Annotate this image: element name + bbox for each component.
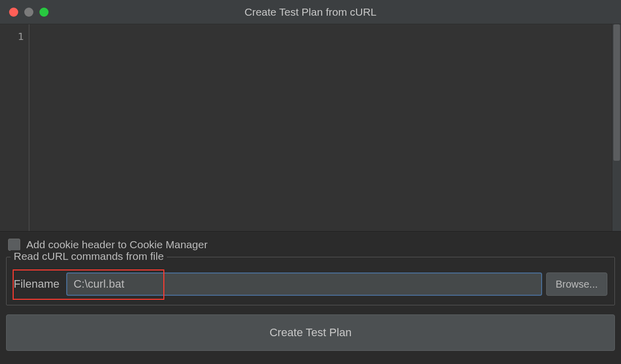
scrollbar-thumb[interactable] — [613, 24, 620, 161]
window-title: Create Test Plan from cURL — [7, 6, 614, 18]
maximize-icon[interactable] — [39, 8, 49, 17]
editor-scrollbar[interactable] — [612, 24, 621, 231]
curl-text-editor[interactable] — [29, 24, 621, 231]
filename-label: Filename — [14, 275, 62, 294]
window-controls — [9, 8, 49, 17]
read-from-file-fieldset: Read cURL commands from file Filename Br… — [6, 257, 615, 305]
fieldset-legend: Read cURL commands from file — [11, 250, 167, 262]
minimize-icon[interactable] — [24, 8, 33, 17]
filename-input[interactable] — [66, 272, 542, 296]
filename-row: Filename Browse... — [14, 272, 607, 296]
editor-area: 1 — [0, 24, 621, 232]
cookie-header-checkbox[interactable] — [8, 239, 20, 251]
title-bar: Create Test Plan from cURL — [0, 0, 621, 24]
browse-button[interactable]: Browse... — [546, 272, 607, 296]
cookie-header-label: Add cookie header to Cookie Manager — [26, 239, 207, 251]
line-gutter: 1 — [0, 24, 29, 231]
bottom-panel: Add cookie header to Cookie Manager Read… — [0, 232, 621, 357]
close-icon[interactable] — [9, 8, 18, 17]
line-number: 1 — [0, 30, 24, 42]
create-test-plan-button[interactable]: Create Test Plan — [6, 314, 615, 351]
